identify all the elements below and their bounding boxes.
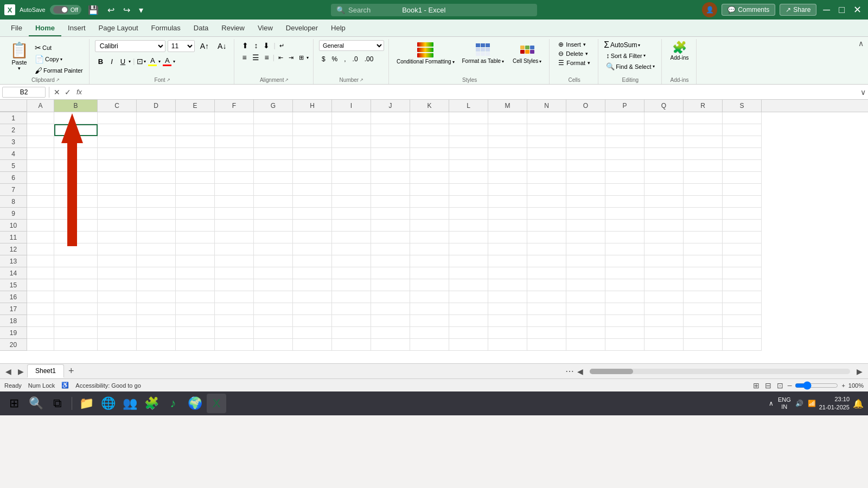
- cell-D17[interactable]: [137, 303, 176, 315]
- cell-H13[interactable]: [293, 255, 332, 267]
- cell-S12[interactable]: [723, 243, 762, 255]
- insert-button[interactable]: ⊕ Insert ▾: [555, 40, 593, 49]
- cell-M9[interactable]: [488, 208, 527, 220]
- cell-Q11[interactable]: [644, 232, 684, 243]
- cell-G1[interactable]: [254, 112, 293, 124]
- cell-P11[interactable]: [605, 232, 644, 243]
- cell-I20[interactable]: [332, 339, 371, 351]
- cell-Q1[interactable]: [644, 112, 684, 124]
- row-header-4[interactable]: 4: [0, 148, 27, 160]
- cell-L8[interactable]: [449, 196, 488, 208]
- cell-O14[interactable]: [566, 267, 605, 279]
- cell-F8[interactable]: [215, 196, 254, 208]
- undo-button[interactable]: ↩: [105, 4, 117, 16]
- cell-O17[interactable]: [566, 303, 605, 315]
- cell-A4[interactable]: [27, 148, 54, 160]
- cell-K20[interactable]: [410, 339, 449, 351]
- cell-F18[interactable]: [215, 315, 254, 327]
- cell-P15[interactable]: [605, 279, 644, 291]
- align-left-button[interactable]: ≡: [240, 52, 248, 63]
- cell-K9[interactable]: [410, 208, 449, 220]
- cell-Q17[interactable]: [644, 303, 684, 315]
- cell-N11[interactable]: [527, 232, 566, 243]
- cell-L10[interactable]: [449, 220, 488, 232]
- cell-H8[interactable]: [293, 196, 332, 208]
- row-header-14[interactable]: 14: [0, 267, 27, 279]
- cell-E19[interactable]: [176, 327, 215, 339]
- paste-button[interactable]: 📋 Paste ▾: [7, 40, 32, 72]
- cell-O2[interactable]: [566, 124, 605, 136]
- cell-Q9[interactable]: [644, 208, 684, 220]
- cell-S10[interactable]: [723, 220, 762, 232]
- cell-K18[interactable]: [410, 315, 449, 327]
- delete-button[interactable]: ⊖ Delete ▾: [555, 49, 593, 58]
- cell-L5[interactable]: [449, 160, 488, 172]
- cell-C14[interactable]: [98, 267, 137, 279]
- cell-F15[interactable]: [215, 279, 254, 291]
- alignment-expand-icon[interactable]: ↗: [285, 78, 289, 82]
- maximize-button[interactable]: □: [837, 4, 847, 16]
- share-button[interactable]: ↗ Share: [780, 4, 816, 16]
- cell-I16[interactable]: [332, 291, 371, 303]
- number-expand-icon[interactable]: ↗: [360, 78, 363, 82]
- italic-button[interactable]: I: [107, 56, 116, 67]
- cell-K2[interactable]: [410, 124, 449, 136]
- cell-R2[interactable]: [684, 124, 723, 136]
- cell-F13[interactable]: [215, 255, 254, 267]
- cell-O20[interactable]: [566, 339, 605, 351]
- cell-O4[interactable]: [566, 148, 605, 160]
- cell-F5[interactable]: [215, 160, 254, 172]
- cell-B9[interactable]: [54, 208, 98, 220]
- cell-J3[interactable]: [371, 136, 410, 148]
- cell-S20[interactable]: [723, 339, 762, 351]
- formula-bar-expand-button[interactable]: ∨: [860, 88, 866, 97]
- currency-button[interactable]: $: [319, 54, 328, 64]
- cell-A15[interactable]: [27, 279, 54, 291]
- cell-styles-button[interactable]: Cell Styles ▾: [509, 40, 545, 67]
- cell-N20[interactable]: [527, 339, 566, 351]
- cell-C19[interactable]: [98, 327, 137, 339]
- notification-button[interactable]: 🔔: [853, 399, 864, 409]
- cell-J14[interactable]: [371, 267, 410, 279]
- cell-Q7[interactable]: [644, 184, 684, 196]
- cell-I17[interactable]: [332, 303, 371, 315]
- cell-J9[interactable]: [371, 208, 410, 220]
- cell-J5[interactable]: [371, 160, 410, 172]
- cell-H5[interactable]: [293, 160, 332, 172]
- cell-B7[interactable]: [54, 184, 98, 196]
- cell-B4[interactable]: [54, 148, 98, 160]
- cell-O16[interactable]: [566, 291, 605, 303]
- cell-C7[interactable]: [98, 184, 137, 196]
- apps-icon[interactable]: 🧩: [142, 394, 161, 413]
- cell-J8[interactable]: [371, 196, 410, 208]
- cell-I9[interactable]: [332, 208, 371, 220]
- row-header-10[interactable]: 10: [0, 220, 27, 232]
- cell-A5[interactable]: [27, 160, 54, 172]
- cell-M3[interactable]: [488, 136, 527, 148]
- decrease-font-size-button[interactable]: A↓: [214, 41, 229, 52]
- cell-D8[interactable]: [137, 196, 176, 208]
- cell-R20[interactable]: [684, 339, 723, 351]
- cell-M8[interactable]: [488, 196, 527, 208]
- merge-center-button[interactable]: ⊞: [297, 53, 306, 62]
- col-header-e[interactable]: E: [176, 100, 215, 112]
- underline-arrow[interactable]: ▾: [129, 59, 131, 64]
- cell-B20[interactable]: [54, 339, 98, 351]
- row-header-6[interactable]: 6: [0, 172, 27, 184]
- horizontal-scrollbar-thumb[interactable]: [590, 369, 633, 374]
- cell-K6[interactable]: [410, 172, 449, 184]
- clipboard-expand-icon[interactable]: ↗: [56, 78, 60, 82]
- cell-D20[interactable]: [137, 339, 176, 351]
- cell-C20[interactable]: [98, 339, 137, 351]
- close-button[interactable]: ✕: [851, 4, 864, 16]
- cut-button[interactable]: ✂ Cut: [33, 42, 85, 53]
- cell-S1[interactable]: [723, 112, 762, 124]
- cell-I18[interactable]: [332, 315, 371, 327]
- cell-D13[interactable]: [137, 255, 176, 267]
- cell-F19[interactable]: [215, 327, 254, 339]
- cell-F11[interactable]: [215, 232, 254, 243]
- cell-H4[interactable]: [293, 148, 332, 160]
- cell-H14[interactable]: [293, 267, 332, 279]
- cell-N5[interactable]: [527, 160, 566, 172]
- clock[interactable]: 23:10 21-01-2025: [819, 395, 850, 412]
